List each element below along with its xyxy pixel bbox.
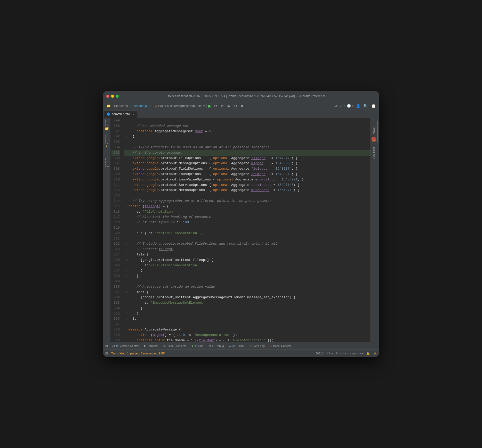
bottom-tab-blaze[interactable]: ⚠ Blaze Problems [161,344,189,348]
eventlog-icon: ● [249,344,251,347]
tab-scratch-proto[interactable]: 🔷 scratch.proto ✕ [103,111,138,118]
bazel-selector[interactable]: ⬡ Bazel build resources:resources ▾ [153,104,207,108]
git-history[interactable]: 🕐 [347,104,351,108]
search-button[interactable]: 🔍 [362,103,369,109]
code-line: optional int32 fieldname = 1 [(fieldopt)… [124,338,371,342]
statusbar-right: 305:24 LF ▾ UTF-8 ▾ 2 spaces ▾ 🔒 ⚡ [316,352,377,355]
code-line [124,139,371,145]
sidebar-favorites[interactable]: 2: Favorites [104,137,110,143]
fold-gutter: ▽ [125,328,128,331]
run-button[interactable]: ▶ [208,103,211,108]
reload-button[interactable]: ↺ [220,103,225,109]
window-title: folder-destination71287619495052O5774 [~… [121,94,376,98]
tab-close-icon[interactable]: ✕ [132,113,134,116]
code-line: // Also test the handling of comments [124,214,371,220]
git-undo[interactable]: ↩ [352,104,355,108]
bottom-tab-terminal[interactable]: ▶ Terminal [142,344,160,348]
scrollbar[interactable] [376,118,379,342]
settings-button[interactable]: ⚙ [233,103,238,109]
run-num: 4: [195,344,197,347]
fold-gutter: ▷ [125,312,128,316]
vc-label: Version Control [120,344,139,347]
git-avatar[interactable]: 👤 [356,103,361,108]
code-line: ▷ } [124,306,371,311]
bazel-icon: ⬡ [155,104,157,107]
close-button[interactable] [106,95,109,98]
minimize-button[interactable] [111,95,114,98]
code-line: extend google.protobuf.FieldOptions { op… [124,166,371,172]
code-line: ▽ mset { [124,290,371,295]
tab-proto-icon: 🔷 [107,112,110,116]
sidebar-project[interactable]: 1: Project [104,119,110,125]
code-line: // An embedded message set [124,123,371,129]
todo-icon: ☰ [229,344,231,347]
run-icon: ▶ [192,344,194,347]
lock-icon: 🔒 [366,352,370,355]
code-line: optional AggregateMessageSet mset = 5; [124,129,371,134]
bottom-tab-run[interactable]: ▶ 4: Run [190,344,206,348]
code-line: option (msgopt) = { i:101 s:'MessageAnno… [124,333,371,338]
code-editor[interactable]: // An embedded message set optional Aggr… [122,118,371,342]
test-status[interactable]: Tests failed: 1, passed: 0 (yesterday 19… [111,352,165,355]
code-line: extend google.protobuf.ServiceOptions { … [124,182,371,188]
build-button[interactable]: ⚙ [213,103,218,109]
sidebar-folder-icon[interactable]: 📁 [104,125,110,131]
scrollbar-thumb[interactable] [377,121,378,142]
git-label: Git: [334,104,339,108]
bazel-console-label: Bazel Console [273,344,292,347]
main-window: folder-destination71287619495052O5774 [~… [103,91,379,357]
code-line: ▷ } [124,268,371,273]
stop-button[interactable]: ■ [240,103,244,109]
vc-icon: ⎇ [112,344,115,347]
code-line: extend google.protobuf.EnumOptions { opt… [124,172,371,177]
fold-gutter: ▽ [125,205,128,208]
check-icon: ✓ [372,118,375,124]
code-line: ▽ [google.protobuf_unittest.AggregateMes… [124,295,371,300]
maximize-button[interactable] [116,95,119,98]
main-area: 1: Project 📁 2: Favorites ★ 7: Structure… [103,118,379,342]
ant-panel[interactable]: Ant Build [372,145,376,161]
tab-label: scratch.proto [112,112,130,116]
maven-panel[interactable]: Maven [372,124,376,136]
code-line: ▷ }; [124,316,371,322]
run-config-button[interactable]: ▶ [227,103,231,109]
bottom-tab-eventlog[interactable]: ● Event Log [247,344,267,348]
code-line: ▽ option (fileopt) = { [124,204,371,209]
code-line: sub { s: 'NestedFileAnnotation' } [124,231,371,236]
bug-icon[interactable]: 🐛 [372,137,376,142]
scratches-breadcrumb[interactable]: Scratches [113,104,129,108]
scratches-folder-icon: 📁 [105,103,111,108]
scratch-pi-breadcrumb[interactable]: scratch.pi [133,104,149,108]
traffic-lights [106,95,119,98]
bottom-tab-bazel[interactable]: ⬡ Bazel Console [268,344,294,348]
code-line: ▽ file { [124,252,371,258]
power-icon[interactable]: ⚡ [373,352,377,355]
notifications-button[interactable]: 📋 [370,103,377,109]
bottom-tab-todo[interactable]: ☰ 6: TODO [227,344,246,348]
code-line: s: 'EmbeddedMessageSetElement' [124,300,371,306]
fold-gutter: ▷ [125,242,128,246]
fold-gutter: ▷ [125,151,128,155]
git-check-green[interactable]: ✓ [343,104,346,108]
code-line: ▷ // in the .proto grammar. [124,150,371,156]
charset[interactable]: UTF-8 ▾ [336,352,347,355]
sidebar-structure[interactable]: 7: Structure [104,159,110,165]
vc-num: 9: [116,344,119,347]
sidebar-toggle[interactable]: ⊟ [105,351,108,355]
fold-gutter: ▷ [125,306,128,310]
line-ending[interactable]: LF ▾ [327,352,333,355]
terminal-icon: ▶ [144,344,146,347]
code-line: extend google.protobuf.MessageOptions { … [124,161,371,166]
git-check-blue[interactable]: ✓ [340,104,342,108]
editor-area: 299 300 301 302 303 304 305 306 307 308 … [110,118,371,342]
indent[interactable]: 2 spaces ▾ [350,352,363,355]
fold-gutter: ▷ [125,317,128,321]
cursor-position[interactable]: 305:24 [316,352,324,355]
code-line [124,225,371,231]
fold-gutter: ▷ [125,269,128,273]
code-line: extend google.protobuf.MethodOptions { o… [124,188,371,193]
code-line: // A message set inside an option value [124,284,371,290]
bazel-label: Bazel build resources:resources [158,104,202,108]
bottom-tab-version-control[interactable]: ⎇ 9: Version Control [110,344,141,348]
bottom-tab-debug[interactable]: ⚙ 5: Debug [207,344,226,348]
